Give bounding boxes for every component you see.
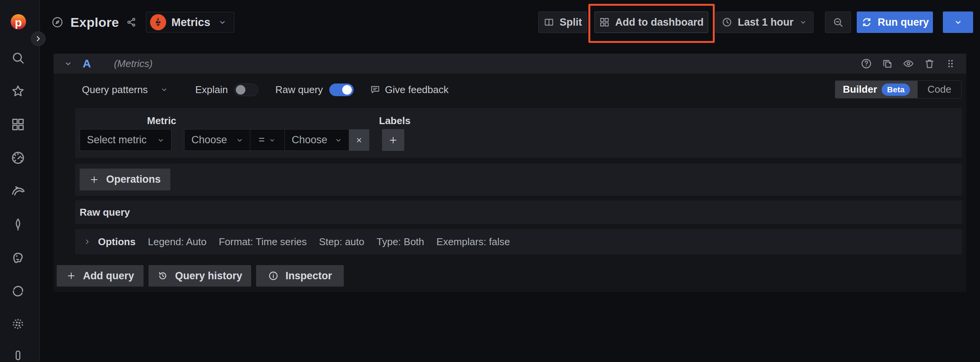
share-icon[interactable] xyxy=(126,17,137,28)
help-icon[interactable] xyxy=(861,58,872,69)
close-icon xyxy=(355,136,363,144)
add-operation-button[interactable]: Operations xyxy=(80,169,170,190)
chevron-down-icon xyxy=(268,136,276,144)
query-editor-card: A (Metrics) Query patterns Explain Raw q… xyxy=(54,54,966,292)
apps-icon xyxy=(599,17,610,28)
collapse-chevron-icon[interactable] xyxy=(64,59,73,68)
chevron-down-icon xyxy=(954,18,963,27)
options-exemplars: Exemplars: false xyxy=(436,236,510,248)
beta-badge: Beta xyxy=(882,84,910,96)
query-datasource-hint: (Metrics) xyxy=(114,58,153,70)
query-builder-toolbar: Query patterns Explain Raw query Give fe… xyxy=(82,80,962,99)
chevron-down-icon xyxy=(218,18,227,27)
metric-field-label: Metric xyxy=(147,115,176,127)
run-query-button[interactable]: Run query xyxy=(857,11,933,33)
metric-labels-editor: Metric Labels Select metric Choose = xyxy=(75,108,962,158)
pmm-logo-letter: p xyxy=(15,17,22,28)
options-title: Options xyxy=(98,236,136,248)
labels-field-label: Labels xyxy=(379,115,410,127)
inspector-button[interactable]: Inspector xyxy=(256,265,344,287)
raw-query-title: Raw query xyxy=(80,206,130,218)
prometheus-icon xyxy=(150,14,166,30)
plus-icon xyxy=(388,135,398,145)
comment-icon xyxy=(370,84,381,95)
run-query-dropdown-button[interactable] xyxy=(943,11,973,33)
plus-icon xyxy=(89,175,99,185)
split-icon xyxy=(544,17,554,28)
datasource-picker[interactable]: Metrics xyxy=(146,12,235,33)
raw-query-toggle[interactable] xyxy=(329,84,354,96)
proxysql-spiral-icon[interactable] xyxy=(10,283,26,299)
operations-section: Operations xyxy=(75,164,962,196)
add-query-button[interactable]: Add query xyxy=(57,265,144,287)
chevron-down-icon xyxy=(160,85,168,94)
page-title: Explore xyxy=(70,15,119,30)
explain-toggle-group: Explain xyxy=(195,84,258,96)
raw-query-label: Raw query xyxy=(275,84,323,96)
explore-toolbar: Explore Metrics Split Add to dashboard L… xyxy=(40,0,980,44)
sidebar-partial-icon[interactable] xyxy=(10,350,26,362)
remove-label-filter-button[interactable] xyxy=(349,129,369,151)
sidebar-expand-button[interactable] xyxy=(31,31,46,46)
query-row-actions xyxy=(861,58,956,69)
copy-icon[interactable] xyxy=(882,58,893,69)
give-feedback-link[interactable]: Give feedback xyxy=(370,84,449,96)
label-name-dropdown[interactable]: Choose xyxy=(185,129,250,151)
query-footer-actions: Add query Query history Inspector xyxy=(57,265,966,287)
postgresql-elephant-icon[interactable] xyxy=(10,250,26,265)
chevron-down-icon xyxy=(799,18,807,26)
builder-mode-tab[interactable]: Builder Beta xyxy=(835,81,918,98)
explore-page: p xyxy=(0,0,980,362)
query-history-button[interactable]: Query history xyxy=(149,265,251,287)
metric-inputs-row: Select metric Choose = Choose xyxy=(80,129,404,151)
trash-icon[interactable] xyxy=(924,58,935,69)
code-mode-tab[interactable]: Code xyxy=(918,81,961,98)
explore-header-left: Explore Metrics xyxy=(51,0,234,44)
add-label-filter-button[interactable] xyxy=(382,129,404,151)
plus-icon xyxy=(66,271,76,281)
sidebar-nav xyxy=(10,50,26,362)
explain-toggle[interactable] xyxy=(234,84,258,96)
gauge-icon[interactable] xyxy=(10,150,26,165)
haproxy-dots-icon[interactable] xyxy=(10,317,26,332)
sidebar: p xyxy=(0,0,40,362)
chevron-right-icon xyxy=(83,238,91,246)
time-range-picker[interactable]: Last 1 hour xyxy=(715,11,813,33)
drag-handle-icon[interactable] xyxy=(945,58,956,69)
label-value-dropdown[interactable]: Choose xyxy=(285,129,349,151)
clock-icon xyxy=(722,17,732,28)
eye-icon[interactable] xyxy=(903,58,914,69)
query-row-header[interactable]: A (Metrics) xyxy=(54,54,966,74)
query-patterns-dropdown[interactable]: Query patterns xyxy=(82,84,168,96)
history-icon xyxy=(157,270,168,281)
raw-query-section: Raw query xyxy=(75,200,962,224)
split-button[interactable]: Split xyxy=(538,11,587,33)
star-icon[interactable] xyxy=(10,84,26,99)
label-filter-group: Choose = Choose xyxy=(184,129,369,151)
add-to-dashboard-button[interactable]: Add to dashboard xyxy=(595,11,708,33)
options-legend: Legend: Auto xyxy=(148,236,206,248)
mysql-dolphin-icon[interactable] xyxy=(10,183,26,199)
chevron-down-icon xyxy=(157,136,165,144)
compass-icon xyxy=(51,16,64,28)
pmm-logo[interactable]: p xyxy=(11,14,26,29)
query-ref-id: A xyxy=(83,57,91,70)
options-collapsible-row[interactable]: Options Legend: Auto Format: Time series… xyxy=(75,229,962,254)
raw-query-toggle-group: Raw query xyxy=(275,84,353,96)
select-metric-dropdown[interactable]: Select metric xyxy=(80,129,172,151)
chevron-down-icon xyxy=(235,136,244,144)
mongodb-leaf-icon[interactable] xyxy=(10,217,26,232)
sync-icon xyxy=(861,16,872,28)
label-operator-dropdown[interactable]: = xyxy=(250,129,285,151)
zoom-out-button[interactable] xyxy=(825,11,851,33)
options-type: Type: Both xyxy=(377,236,424,248)
info-icon xyxy=(268,270,279,281)
chevron-down-icon xyxy=(334,136,343,144)
dashboards-grid-icon[interactable] xyxy=(10,117,26,132)
options-format: Format: Time series xyxy=(219,236,307,248)
zoom-out-icon xyxy=(832,16,844,28)
options-step: Step: auto xyxy=(319,236,364,248)
datasource-value: Metrics xyxy=(172,16,211,29)
editor-mode-switch: Builder Beta Code xyxy=(835,80,962,98)
search-icon[interactable] xyxy=(10,50,26,66)
